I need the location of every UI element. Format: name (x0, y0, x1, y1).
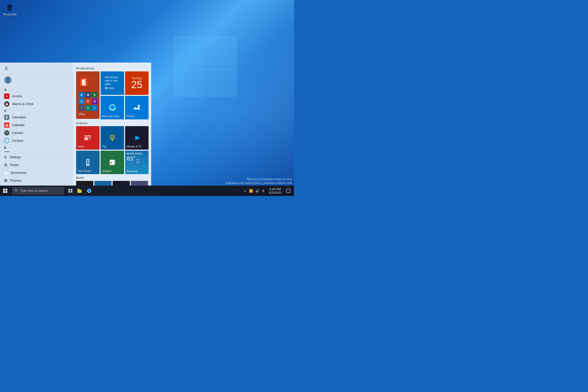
tile-weather[interactable]: Mostly Sunny 83° 84° 60° Redmond (125, 151, 149, 174)
svg-rect-13 (112, 139, 113, 141)
svg-rect-10 (89, 139, 90, 140)
tile-vscode[interactable]: VS Code (113, 181, 130, 186)
calendar-num: 25 (131, 80, 142, 90)
svg-rect-46 (68, 191, 70, 193)
file-explorer-button[interactable] (75, 186, 84, 196)
tile-github-desktop[interactable]: T Teams (131, 181, 148, 186)
svg-text:♠: ♠ (111, 161, 112, 164)
tile-mail[interactable]: See all your mail in one place ✉ Mail (101, 71, 124, 95)
calculator-icon: 🖩 (4, 115, 9, 120)
desktop: 🗑 Recycle Bin Windows 10 Enterprise Insi… (0, 0, 294, 196)
tile-label-photos: Photos (127, 115, 147, 118)
start-menu-left: ☰ 👤 A A Access ⏰ Alarms & Clock C (0, 63, 73, 186)
office-icons-grid: O W X O P O T S O (79, 92, 97, 111)
list-item[interactable]: A Access (0, 92, 73, 100)
svg-rect-28 (118, 185, 125, 186)
teams-icon: T (136, 185, 143, 186)
network-icon[interactable]: 📶 (248, 188, 254, 193)
eval-text: Windows 10 Enterprise Insider Preview Ev… (226, 177, 292, 185)
section-letter-a: A (0, 87, 73, 92)
svg-rect-27 (99, 184, 107, 186)
tile-office[interactable]: O W X O P O T S O Office (76, 71, 100, 119)
terminal-icon: >_ (81, 184, 88, 186)
tile-movies[interactable]: Movies & TV (125, 126, 149, 150)
list-item[interactable]: C Cortana (0, 137, 73, 145)
user-account[interactable]: 👤 (0, 74, 73, 86)
svg-rect-43 (5, 191, 7, 193)
avatar: 👤 (4, 76, 11, 84)
svg-rect-51 (286, 189, 290, 193)
solitaire-icon: ♠ (108, 158, 117, 169)
tile-phone[interactable]: Your Phone (76, 151, 100, 174)
pictures-item[interactable]: 🖼 Pictures (0, 177, 73, 185)
list-item[interactable]: 🖩 Calculator (0, 113, 73, 121)
power-icon[interactable]: ⚡ (261, 189, 266, 193)
tray-icons: 📶 🔊 ⚡ (247, 186, 267, 196)
documents-item[interactable]: 📄 Documents (0, 169, 73, 177)
tile-edge[interactable]: Microsoft Edge (101, 96, 124, 119)
list-item[interactable]: 📷 Camera (0, 129, 73, 137)
weather-high: 84° (136, 158, 140, 161)
svg-point-14 (111, 136, 113, 138)
search-icon: 🔍 (15, 189, 19, 193)
system-clock[interactable]: 4:44 PM 6/25/2020 (267, 186, 284, 196)
movies-icon (132, 133, 141, 144)
svg-rect-8 (89, 137, 91, 138)
settings-item[interactable]: ⚙ Settings (0, 153, 73, 161)
tile-label-phone: Your Phone (78, 170, 98, 173)
settings-icon: ⚙ (4, 155, 7, 159)
calendar-day: Thursday (131, 77, 142, 80)
system-tray: ∧ 📶 🔊 ⚡ 4:44 PM 6/25/2020 (242, 186, 294, 196)
tile-terminal[interactable]: >_ Terminal (76, 181, 93, 186)
search-input[interactable] (20, 189, 62, 193)
section-letter-e: E (0, 145, 73, 150)
app-name-access: Access (12, 94, 22, 98)
recycle-bin[interactable]: 🗑 Recycle Bin (2, 2, 18, 17)
start-menu-header: ☰ (0, 63, 73, 74)
calendar-icon: 📅 (4, 123, 9, 128)
camera-icon: 📷 (4, 130, 9, 136)
list-item[interactable]: 📅 Calendar (0, 121, 73, 129)
list-item[interactable]: X Excel (0, 150, 73, 152)
start-button[interactable] (0, 186, 10, 196)
clock-date: 6/25/2020 (269, 191, 281, 194)
section-label-build: Build (76, 176, 148, 179)
cortana-icon: C (4, 138, 9, 143)
edge-icon (108, 103, 117, 114)
hamburger-button[interactable]: ☰ (2, 64, 10, 72)
mail-tile-icon: ✉ (105, 86, 108, 91)
recycle-bin-icon: 🗑 (3, 3, 17, 12)
tile-news[interactable]: News (76, 126, 100, 150)
build-grid: >_ Terminal To Do (76, 181, 148, 186)
tray-expand-button[interactable]: ∧ (243, 188, 247, 194)
notification-center-button[interactable] (284, 186, 293, 196)
edge-taskbar-button[interactable] (84, 186, 94, 196)
task-view-button[interactable] (66, 186, 75, 196)
power-item[interactable]: ⏻ Power (0, 161, 73, 169)
search-bar[interactable]: 🔍 (12, 187, 64, 195)
section-letter-c: C (0, 108, 73, 113)
tile-todo[interactable]: To Do (94, 181, 112, 186)
tile-photos[interactable]: Photos (125, 96, 149, 119)
list-item[interactable]: ⏰ Alarms & Clock (0, 100, 73, 108)
app-name-camera: Camera (12, 131, 23, 135)
svg-rect-41 (5, 189, 7, 191)
svg-rect-49 (77, 189, 79, 190)
svg-rect-47 (71, 191, 72, 193)
tile-label-tips: Tips (102, 145, 123, 148)
explore-grid: News Tips (76, 126, 148, 174)
volume-icon[interactable]: 🔊 (255, 188, 260, 193)
tile-calendar[interactable]: Thursday 25 (125, 71, 149, 95)
tile-label-movies: Movies & TV (127, 145, 147, 148)
access-icon: A (4, 94, 9, 99)
tile-solitaire[interactable]: ♠ Solitaire (101, 151, 124, 174)
svg-rect-25 (81, 184, 88, 186)
weather-condition: Mostly Sunny (127, 152, 147, 155)
alarms-icon: ⏰ (4, 101, 9, 107)
svg-rect-44 (68, 189, 70, 191)
news-icon (83, 133, 92, 144)
tile-tips[interactable]: Tips (101, 126, 124, 150)
svg-rect-9 (89, 138, 91, 139)
vscode-icon (118, 185, 125, 186)
app-name-calculator: Calculator (12, 115, 26, 119)
